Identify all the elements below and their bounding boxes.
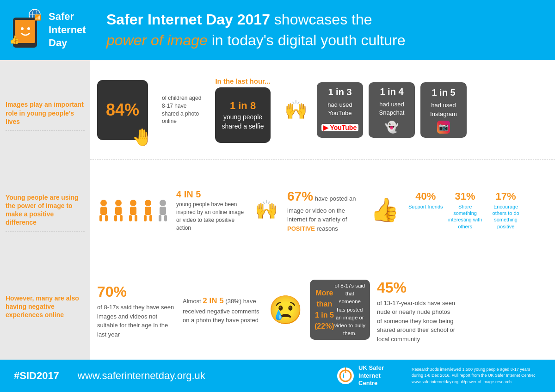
- instagram-frac: 1 in 5: [432, 86, 455, 99]
- svg-rect-20: [135, 215, 137, 221]
- svg-rect-11: [99, 215, 102, 221]
- neg-70-value: 70%: [97, 283, 127, 300]
- selfie-frac: 1 in 8: [230, 100, 256, 111]
- tablet-84: 84% 🤚: [97, 80, 148, 140]
- logo-block: 👍 📶 Safer Internet Day: [9, 9, 92, 51]
- pct-67-value: 67%: [287, 189, 313, 203]
- last-hour-block: In the last hour... 1 in 8 young people …: [215, 77, 271, 143]
- svg-point-5: [21, 27, 24, 30]
- svg-point-32: [345, 371, 346, 373]
- neg-70-block: 70% of 8-17s said they have seen images …: [97, 281, 176, 339]
- svg-rect-22: [145, 207, 151, 215]
- footer-url[interactable]: www.saferinternetday.org.uk: [78, 370, 205, 382]
- reason-encourage-others: 17% Encourage others to do something pos…: [487, 190, 524, 230]
- svg-rect-28: [164, 215, 167, 221]
- svg-rect-26: [160, 207, 166, 215]
- sidebar: Images play an important role in young p…: [0, 60, 90, 360]
- svg-rect-27: [159, 215, 161, 221]
- snapchat-text: had used Snapchat: [372, 100, 411, 117]
- footer-hashtag: #SID2017: [14, 370, 59, 382]
- neg-45-text: of 13-17-year-olds have seen nude or nea…: [377, 300, 455, 343]
- snapchat-icon: 👻: [385, 119, 399, 135]
- stat-84-text: of children aged 8-17 have shared a phot…: [162, 94, 204, 125]
- neg-2in5-pct: 38%: [228, 298, 240, 305]
- svg-rect-15: [114, 215, 117, 221]
- crying-emoji-icon: 😢: [268, 294, 303, 326]
- section-images-role: 84% 🤚 of children aged 8-17 have shared …: [90, 60, 555, 160]
- main-content: Images play an important role in young p…: [0, 60, 555, 360]
- neg-70-text: of 8-17s said they have seen images and …: [97, 304, 174, 338]
- last-hour-label: In the last hour...: [215, 77, 270, 85]
- neg-45-block: 45% of 13-17-year-olds have seen nude or…: [377, 276, 456, 344]
- person-icon-3: [127, 198, 140, 221]
- pct-67-positive: POSITIVE: [287, 225, 315, 232]
- four-in-five-text: 4 IN 5 young people have been inspired b…: [176, 188, 246, 232]
- svg-rect-23: [144, 215, 147, 221]
- uk-safer-internet-logo-icon: i: [336, 367, 355, 385]
- platform-youtube: 1 in 3 had used YouTube ▶ YouTube: [317, 82, 363, 138]
- footer-logo-text: UK Safer Internet Centre: [358, 364, 384, 388]
- neg-2in5-block: Almost 2 IN 5 (38%) have received negati…: [183, 295, 261, 325]
- svg-point-13: [115, 200, 122, 206]
- footer-small-text: ResearchBods interviewed 1,500 young peo…: [412, 367, 541, 386]
- svg-point-17: [130, 200, 136, 206]
- tablet-selfie: 1 in 8 young people shared a selfie: [215, 87, 271, 143]
- reason-support-friends: 40% Support friends: [408, 190, 443, 230]
- svg-point-9: [100, 200, 107, 206]
- neg-45-value: 45%: [377, 279, 407, 296]
- instagram-text: had used Instagram: [424, 101, 463, 118]
- stat-84-value: 84%: [106, 100, 139, 120]
- youtube-icon: ▶ YouTube: [321, 120, 358, 134]
- footer-logo-block: i UK Safer Internet Centre: [336, 364, 384, 388]
- pct-67-text2: reasons: [317, 225, 338, 232]
- svg-rect-16: [120, 215, 123, 221]
- instagram-icon: 📷: [437, 121, 450, 134]
- svg-rect-14: [115, 207, 122, 215]
- four-in-five-desc: young people have been inspired by an on…: [176, 201, 244, 231]
- bully-frac: More than 1 in 5 (22%): [314, 288, 334, 332]
- sidebar-item-1: Images play an important role in young p…: [6, 96, 85, 131]
- svg-text:📶: 📶: [34, 14, 41, 21]
- reason3-label: Encourage others to do something positiv…: [487, 203, 524, 230]
- content-area: 84% 🤚 of children aged 8-17 have shared …: [90, 60, 555, 360]
- svg-rect-18: [130, 207, 136, 215]
- reason2-pct: 31%: [455, 190, 475, 203]
- logo-icon: 👍 📶: [9, 9, 44, 51]
- svg-point-6: [27, 27, 30, 30]
- person-icon-4: [142, 198, 154, 221]
- reason1-label: Support friends: [408, 203, 443, 210]
- svg-point-21: [145, 200, 151, 206]
- hand-icon: 🤚: [132, 128, 153, 147]
- bully-text: of 8-17s said that someone has posted an…: [334, 282, 365, 338]
- four-in-five-block: [97, 198, 169, 221]
- youtube-text: had used YouTube: [321, 101, 359, 117]
- bully-tablet: More than 1 in 5 (22%) of 8-17s said tha…: [310, 280, 370, 340]
- four-in-five-value: 4 IN 5: [176, 189, 201, 199]
- stat-84-block: 84% 🤚: [97, 80, 148, 140]
- header-title: Safer Internet Day 2017 showcases the po…: [106, 9, 405, 51]
- svg-point-25: [160, 200, 166, 206]
- sidebar-item-2: Young people are using the power of imag…: [6, 189, 85, 232]
- svg-text:i: i: [343, 373, 344, 379]
- svg-rect-19: [129, 215, 132, 221]
- sixty-seven-block: 67% have posted an image or video on the…: [287, 187, 361, 233]
- footer: #SID2017 www.saferinternetday.org.uk i U…: [0, 360, 555, 392]
- platform-group: 1 in 3 had used YouTube ▶ YouTube 1 in 4…: [317, 82, 467, 138]
- sidebar-item-3: However, many are also having negative e…: [6, 289, 85, 324]
- youtube-frac: 1 in 3: [328, 86, 352, 98]
- snapchat-frac: 1 in 4: [380, 85, 403, 98]
- reason2-label: Share something interesting with others: [447, 203, 484, 230]
- selfie-text: young people shared a selfie: [222, 113, 264, 130]
- thumbs-up-icon: 👍: [370, 196, 399, 223]
- svg-rect-12: [105, 215, 108, 221]
- logo-text: Safer Internet Day: [49, 10, 86, 50]
- person-icon-1: [97, 198, 110, 221]
- platform-snapchat: 1 in 4 had used Snapchat 👻: [369, 82, 415, 138]
- positive-reasons-group: 40% Support friends 31% Share something …: [408, 190, 524, 230]
- section-positive-difference: 4 IN 5 young people have been inspired b…: [90, 160, 555, 260]
- reason3-pct: 17%: [496, 190, 516, 203]
- person-icon-2: [112, 198, 125, 221]
- hands-tablet-icon: 🙌: [284, 99, 308, 121]
- platform-instagram: 1 in 5 had used Instagram 📷: [420, 82, 467, 138]
- reason-share-interesting: 31% Share something interesting with oth…: [447, 190, 484, 230]
